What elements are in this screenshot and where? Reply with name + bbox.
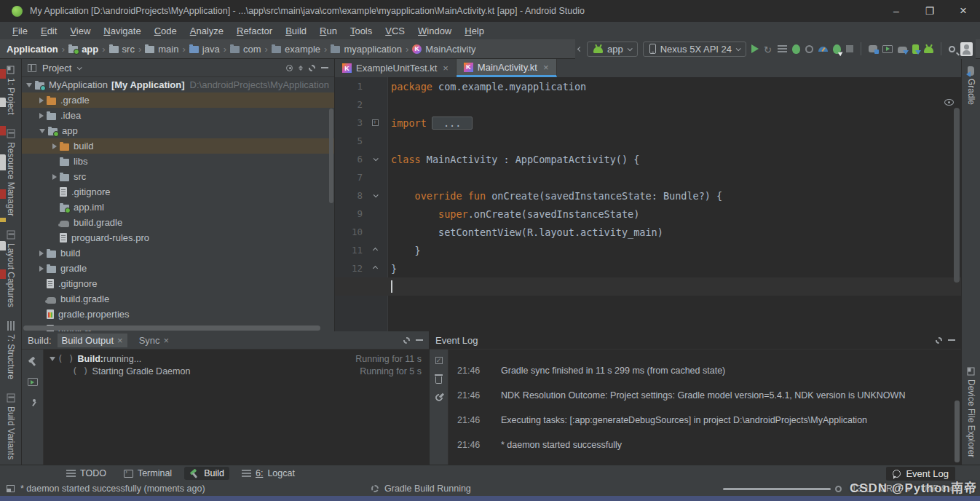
menu-item-run[interactable]: Run [313,24,344,38]
code-line[interactable]: import ... [388,114,961,132]
profile-avatar-icon[interactable] [960,42,973,56]
breadcrumb-item-java[interactable]: java [187,44,222,55]
breadcrumb-item-application[interactable]: Application [4,44,60,55]
tree-row-src[interactable]: src [22,169,334,184]
menu-item-build[interactable]: Build [279,24,313,38]
menu-item-code[interactable]: Code [148,24,183,38]
gear-icon[interactable] [936,337,942,344]
settings-wrench-icon[interactable] [433,392,443,403]
tree-arrow-icon[interactable] [39,250,44,256]
project-tree-hscrollbar[interactable] [23,326,320,331]
tool-strip-tab-7-structure[interactable]: 7: Structure [6,315,16,387]
hide-panel-icon[interactable] [416,339,423,341]
code-line[interactable]: class MainActivity : AppCompatActivity()… [388,150,961,168]
editor-tab-mainactivity-kt[interactable]: MainActivity.kt× [457,59,557,77]
fold-collapse-icon[interactable] [373,156,378,161]
menu-item-vcs[interactable]: VCS [379,24,411,38]
breadcrumb-item-mainactivity[interactable]: MainActivity [410,44,478,55]
fold-marker[interactable] [367,267,383,270]
breadcrumb-item-app[interactable]: app [66,44,100,55]
device-select[interactable]: Nexus 5X API 24 [643,42,746,57]
code-editor[interactable]: 1235678910111213 package com.example.mya… [335,77,961,331]
menu-item-navigate[interactable]: Navigate [97,24,147,38]
tree-row-gradle-properties[interactable]: gradle.properties [22,307,334,322]
event-log-vscrollbar[interactable] [955,401,960,462]
tree-row-proguard-rules-pro[interactable]: proguard-rules.pro [22,230,334,245]
minimize-button[interactable]: – [880,0,913,22]
code-line[interactable] [388,168,961,186]
coverage-icon[interactable] [805,45,813,53]
breadcrumb-item-com[interactable]: com [228,44,264,55]
tree-arrow-icon[interactable] [52,174,57,180]
menu-item-file[interactable]: File [6,24,34,38]
menu-item-refactor[interactable]: Refactor [230,24,279,38]
folded-region[interactable]: ... [432,117,473,130]
editor-vscrollbar[interactable] [954,108,960,283]
menu-item-help[interactable]: Help [458,24,491,38]
code-line[interactable] [388,95,961,114]
tree-arrow-icon[interactable] [26,83,32,87]
breadcrumb-item-src[interactable]: src [107,44,137,55]
hide-panel-icon[interactable] [948,339,955,341]
device-manager-icon[interactable] [912,44,919,54]
breadcrumb-item-main[interactable]: main [143,44,181,55]
fold-end-icon[interactable] [372,266,377,271]
tree-row-libs[interactable]: libs [22,154,334,169]
tree-row--gitignore[interactable]: .gitignore [22,276,334,291]
mark-all-read-icon[interactable] [435,357,443,364]
tree-row-app-iml[interactable]: app.iml [22,200,334,215]
close-tab-icon[interactable]: × [543,62,549,73]
tree-arrow-icon[interactable] [52,143,57,149]
menu-item-tools[interactable]: Tools [344,24,379,38]
menu-item-analyze[interactable]: Analyze [183,24,230,38]
code-line[interactable] [388,132,961,150]
code-text[interactable]: package com.example.myapplicationimport … [387,77,961,331]
close-tab-icon[interactable]: × [443,63,448,74]
menu-item-window[interactable]: Window [411,24,458,38]
fold-collapse-icon[interactable] [373,192,378,197]
close-tab-icon[interactable]: × [164,335,170,346]
tree-row-app[interactable]: app [22,123,334,138]
tree-arrow-icon[interactable] [39,129,45,133]
tool-strip-tab-gradle[interactable]: Gradle [966,59,976,112]
tree-row-gradle[interactable]: gradle [22,261,334,276]
fold-marker[interactable] [367,119,383,126]
avd-manager-icon[interactable] [882,45,893,53]
navigate-back-icon[interactable] [577,46,582,51]
tree-row--gradle[interactable]: .gradle [22,92,334,108]
run-build-icon[interactable] [28,357,38,366]
project-tree-vscrollbar[interactable] [329,109,333,203]
code-line[interactable]: setContentView(R.layout.activity_main) [388,223,961,241]
fold-marker[interactable] [367,194,383,197]
profiler-icon[interactable] [818,47,828,52]
tree-row-build-gradle[interactable]: build.gradle [22,291,334,307]
code-line[interactable]: } [388,241,961,259]
bottom-tab-build[interactable]: Build [184,467,229,480]
build-output-row[interactable]: ( )Starting Gradle DaemonRunning for 5 s [44,365,429,377]
build-output-row[interactable]: ( )Build: running...Running for 11 s [44,352,429,365]
hide-panel-icon[interactable] [321,67,328,68]
code-line[interactable]: } [388,259,961,277]
gear-icon[interactable] [403,337,410,344]
tree-row--idea[interactable]: .idea [22,108,334,123]
run-configurations-icon[interactable] [778,45,787,53]
tree-arrow-icon[interactable] [50,357,55,361]
tree-row-build[interactable]: build [22,138,334,154]
close-button[interactable]: × [947,0,980,22]
apply-changes-icon[interactable] [764,44,772,53]
attach-debugger-icon[interactable] [833,44,841,54]
project-panel-title[interactable]: Project [42,63,71,74]
maximize-button[interactable]: ❐ [913,0,947,22]
build-tab-build-output[interactable]: Build Output× [58,334,127,347]
breadcrumb-item-myapplication[interactable]: myapplication [328,44,404,55]
editor-tab-exampleunittest-kt[interactable]: ExampleUnitTest.kt× [335,59,457,77]
search-everywhere-icon[interactable] [949,46,955,52]
pin-icon[interactable] [33,399,36,402]
tree-row-build-gradle[interactable]: build.gradle [22,215,334,230]
project-structure-icon[interactable] [869,45,877,52]
tree-row-myapplication[interactable]: MyApplication[My Application]D:\androidP… [22,77,334,92]
bottom-tab-logcat[interactable]: 6:Logcat [237,467,300,480]
collapse-all-icon[interactable] [299,66,303,71]
stop-build-icon[interactable] [835,486,842,492]
tree-arrow-icon[interactable] [39,113,44,119]
